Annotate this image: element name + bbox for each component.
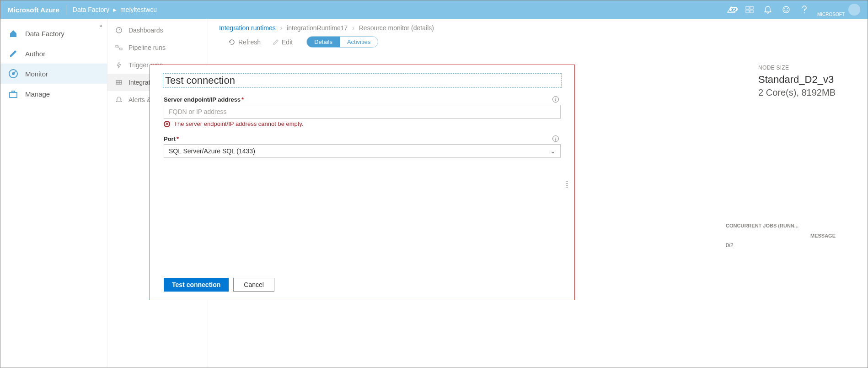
- dialog-footer: Test connection Cancel: [164, 278, 561, 292]
- concurrent-jobs-value: 0/2: [726, 242, 798, 249]
- tenant-label: MICROSOFT: [817, 12, 845, 19]
- chevron-right-icon: ›: [352, 24, 354, 32]
- breadcrumb: Integration runtimes › integrationRuntim…: [219, 24, 857, 32]
- nav2-label: Pipeline runs: [129, 44, 166, 51]
- help-icon[interactable]: [795, 5, 814, 14]
- svg-rect-11: [116, 45, 118, 47]
- nav2-pipeline-runs[interactable]: Pipeline runs: [107, 39, 208, 56]
- nav-data-factory[interactable]: Data Factory: [0, 23, 107, 43]
- top-header: Microsoft Azure Data Factory ▶ meiyltest…: [0, 0, 868, 19]
- chevron-right-icon: ▶: [113, 7, 117, 12]
- dashboard-icon: [115, 27, 123, 34]
- error-message: The server endpoint/IP address cannot be…: [174, 120, 304, 127]
- nav-monitor[interactable]: Monitor: [0, 64, 107, 84]
- required-asterisk: *: [241, 96, 244, 103]
- nav-author[interactable]: Author: [0, 43, 107, 64]
- header-crumb-instance[interactable]: meiyltestwcu: [120, 6, 157, 13]
- toolbar: Refresh Edit Details Activities: [224, 36, 857, 48]
- port-selected-value: SQL Server/Azure SQL (1433): [169, 147, 255, 155]
- primary-nav: « Data Factory Author Monitor Manage: [0, 19, 107, 368]
- refresh-label: Refresh: [238, 38, 261, 46]
- home-icon: [8, 28, 19, 39]
- svg-point-6: [787, 8, 788, 9]
- node-size-label: NODE SIZE: [758, 65, 836, 71]
- test-connection-button[interactable]: Test connection: [164, 278, 229, 292]
- concurrent-jobs-header: CONCURRENT JOBS (RUNN...: [726, 223, 798, 228]
- test-connection-dialog: Test connection Server endpoint/IP addre…: [150, 65, 575, 300]
- edit-button[interactable]: Edit: [268, 37, 297, 48]
- breadcrumb-resource-monitor: Resource monitor (details): [359, 24, 434, 32]
- nav-label: Monitor: [25, 70, 48, 78]
- tab-activities[interactable]: Activities: [340, 37, 378, 47]
- svg-rect-9: [10, 92, 17, 97]
- svg-rect-2: [746, 10, 749, 13]
- nav2-dashboards[interactable]: Dashboards: [107, 22, 208, 39]
- svg-rect-1: [750, 6, 753, 9]
- cancel-button[interactable]: Cancel: [233, 278, 274, 292]
- directory-icon[interactable]: [740, 6, 759, 13]
- svg-point-5: [784, 8, 785, 9]
- tab-details[interactable]: Details: [307, 37, 340, 47]
- info-icon[interactable]: i: [552, 96, 559, 103]
- bell-small-icon: [115, 96, 123, 103]
- edit-label: Edit: [282, 38, 293, 46]
- required-asterisk: *: [177, 135, 179, 142]
- status-columns: CONCURRENT JOBS (RUNN... 0/2 MESSAGE: [726, 223, 836, 249]
- feedback-icon[interactable]: [777, 5, 795, 14]
- svg-rect-3: [750, 10, 753, 13]
- trigger-icon: [115, 61, 123, 69]
- port-label: Port*: [164, 135, 561, 142]
- breadcrumb-runtime-name[interactable]: integrationRuntime17: [287, 24, 348, 32]
- nav-manage[interactable]: Manage: [0, 84, 107, 104]
- chevron-right-icon: ›: [280, 24, 283, 32]
- svg-point-4: [783, 6, 789, 13]
- collapse-nav-icon[interactable]: «: [99, 22, 102, 29]
- port-group: Port* i SQL Server/Azure SQL (1433) ⌄: [164, 135, 561, 158]
- integration-icon: [115, 79, 123, 86]
- bell-icon[interactable]: [759, 5, 777, 14]
- dialog-title: Test connection: [163, 73, 562, 88]
- toolbox-icon: [8, 88, 19, 99]
- breadcrumb-integration-runtimes[interactable]: Integration runtimes: [219, 24, 276, 32]
- nav-label: Data Factory: [25, 30, 64, 38]
- pipeline-icon: [115, 45, 123, 50]
- brand-label[interactable]: Microsoft Azure: [8, 6, 59, 14]
- scrollbar-handle[interactable]: [566, 181, 568, 188]
- svg-rect-12: [120, 48, 122, 50]
- port-select[interactable]: SQL Server/Azure SQL (1433) ⌄: [164, 144, 561, 158]
- node-size-spec: 2 Core(s), 8192MB: [758, 87, 836, 98]
- chevron-down-icon: ⌄: [550, 147, 556, 155]
- nav2-label: Dashboards: [129, 27, 163, 34]
- server-endpoint-error: ✕ The server endpoint/IP address cannot …: [164, 120, 561, 127]
- gauge-icon: [8, 68, 19, 79]
- server-endpoint-input[interactable]: [164, 105, 561, 119]
- node-size-card: NODE SIZE Standard_D2_v3 2 Core(s), 8192…: [758, 65, 836, 98]
- refresh-button[interactable]: Refresh: [224, 37, 265, 48]
- node-size-sku: Standard_D2_v3: [758, 74, 836, 86]
- message-header: MESSAGE: [810, 233, 836, 238]
- notifications-icon[interactable]: 23: [722, 6, 740, 13]
- tab-group: Details Activities: [306, 36, 378, 48]
- info-icon[interactable]: i: [552, 135, 559, 142]
- user-avatar[interactable]: [848, 4, 860, 16]
- nav-label: Manage: [25, 90, 50, 98]
- error-icon: ✕: [164, 121, 170, 127]
- svg-rect-0: [746, 6, 749, 9]
- server-endpoint-label: Server endpoint/IP address*: [164, 96, 561, 103]
- pencil-icon: [8, 48, 19, 59]
- notification-badge: 23: [729, 7, 738, 11]
- nav-label: Author: [25, 50, 45, 58]
- header-crumb-datafactory[interactable]: Data Factory: [73, 6, 109, 13]
- header-divider: [66, 5, 66, 15]
- server-endpoint-group: Server endpoint/IP address* i ✕ The serv…: [164, 96, 561, 127]
